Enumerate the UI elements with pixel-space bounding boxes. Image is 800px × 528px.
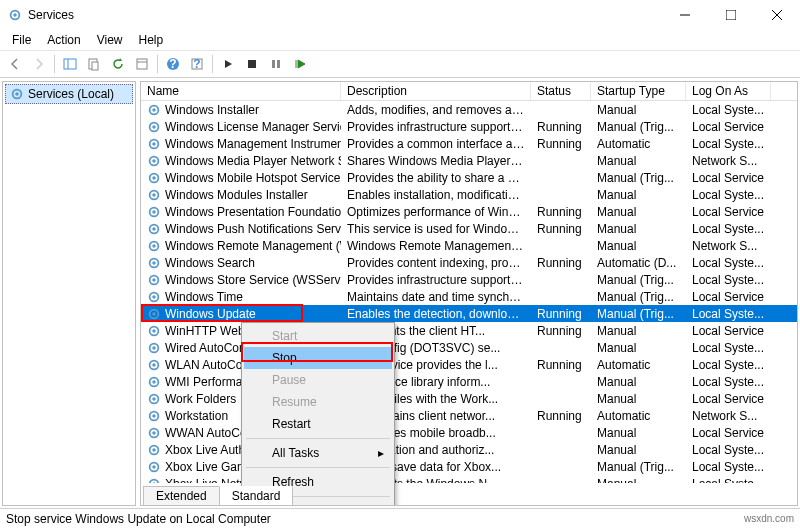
service-row[interactable]: Windows License Manager ServiceProvides …	[141, 118, 797, 135]
gear-icon	[147, 290, 161, 304]
titlebar: Services	[0, 0, 800, 30]
gear-icon	[147, 222, 161, 236]
service-status: Running	[531, 305, 591, 323]
properties-button[interactable]	[131, 53, 153, 75]
service-row[interactable]: Xbox Live Auth Managuthentication and au…	[141, 441, 797, 458]
col-description[interactable]: Description	[341, 82, 531, 100]
col-logon-as[interactable]: Log On As	[686, 82, 771, 100]
service-row[interactable]: WMI Performance Adaerformance library in…	[141, 373, 797, 390]
service-logon: Local Syste...	[686, 305, 771, 323]
svg-rect-10	[137, 59, 147, 69]
service-row[interactable]: Workstationnd maintains client networ...…	[141, 407, 797, 424]
service-row[interactable]: Work Folderse syncs files with the Work.…	[141, 390, 797, 407]
back-button[interactable]	[4, 53, 26, 75]
close-button[interactable]	[754, 0, 800, 30]
service-name: Windows Management Instrumentati...	[165, 137, 341, 151]
service-desc: Provides infrastructure support for t...	[341, 118, 531, 136]
pause-service-button[interactable]	[265, 53, 287, 75]
menu-view[interactable]: View	[89, 31, 131, 49]
service-desc: Provides content indexing, property ...	[341, 254, 531, 272]
service-name: Windows Modules Installer	[165, 188, 308, 202]
menu-item-stop[interactable]: Stop	[244, 347, 392, 369]
service-row[interactable]: Xbox Live Game Savee syncs save data for…	[141, 458, 797, 475]
service-desc: Provides a common interface and o...	[341, 135, 531, 153]
service-row[interactable]: Xbox Live Networkinge supports the Windo…	[141, 475, 797, 483]
maximize-button[interactable]	[708, 0, 754, 30]
service-desc: Enables the detection, download, an...	[341, 305, 531, 323]
col-status[interactable]: Status	[531, 82, 591, 100]
service-row[interactable]: Wired AutoConfigAutoConfig (DOT3SVC) se.…	[141, 339, 797, 356]
service-name: Windows Installer	[165, 103, 259, 117]
service-row[interactable]: Windows Modules InstallerEnables install…	[141, 186, 797, 203]
context-menu[interactable]: StartStopPauseResumeRestartAll Tasks▸Ref…	[241, 322, 395, 506]
service-logon: Local Syste...	[686, 271, 771, 289]
service-row[interactable]: Windows Management Instrumentati...Provi…	[141, 135, 797, 152]
service-startup: Manual	[591, 390, 686, 408]
service-row[interactable]: Windows InstallerAdds, modifies, and rem…	[141, 101, 797, 118]
service-status	[531, 193, 591, 197]
list-pane: Name Description Status Startup Type Log…	[140, 81, 798, 506]
menu-file[interactable]: File	[4, 31, 39, 49]
svg-point-60	[152, 431, 156, 435]
tree-pane[interactable]: Services (Local)	[2, 81, 136, 506]
svg-rect-16	[248, 60, 256, 68]
svg-text:?: ?	[193, 57, 200, 71]
service-row[interactable]: Windows SearchProvides content indexing,…	[141, 254, 797, 271]
col-name[interactable]: Name	[141, 82, 341, 100]
menu-help[interactable]: Help	[131, 31, 172, 49]
export-button[interactable]	[83, 53, 105, 75]
service-row[interactable]: WWAN AutoConfige manages mobile broadb..…	[141, 424, 797, 441]
service-desc: Provides infrastructure support for ...	[341, 271, 531, 289]
service-row[interactable]: Windows Remote Management (WS...Windows …	[141, 237, 797, 254]
service-status: Running	[531, 203, 591, 221]
start-service-button[interactable]	[217, 53, 239, 75]
menu-item-start: Start	[244, 325, 392, 347]
service-row[interactable]: WLAN AutoConfigSVC service provides the …	[141, 356, 797, 373]
restart-service-button[interactable]	[289, 53, 311, 75]
service-startup: Manual (Trig...	[591, 118, 686, 136]
service-logon: Network S...	[686, 407, 771, 425]
tree-root[interactable]: Services (Local)	[5, 84, 133, 104]
col-startup-type[interactable]: Startup Type	[591, 82, 686, 100]
service-row[interactable]: Windows Store Service (WSService)Provide…	[141, 271, 797, 288]
minimize-button[interactable]	[662, 0, 708, 30]
service-name: Work Folders	[165, 392, 236, 406]
forward-button[interactable]	[28, 53, 50, 75]
service-logon: Local Service	[686, 169, 771, 187]
help2-button[interactable]: ?	[186, 53, 208, 75]
service-row[interactable]: Windows Mobile Hotspot ServiceProvides t…	[141, 169, 797, 186]
window-title: Services	[28, 8, 74, 22]
service-status	[531, 278, 591, 282]
menu-action[interactable]: Action	[39, 31, 88, 49]
svg-point-44	[152, 295, 156, 299]
tab-standard[interactable]: Standard	[219, 486, 294, 506]
service-rows[interactable]: Windows InstallerAdds, modifies, and rem…	[141, 101, 797, 483]
service-logon: Local Service	[686, 288, 771, 306]
service-startup: Manual	[591, 101, 686, 119]
svg-point-50	[152, 346, 156, 350]
service-status	[531, 431, 591, 435]
svg-rect-3	[726, 10, 736, 20]
service-startup: Automatic	[591, 356, 686, 374]
svg-point-46	[152, 312, 156, 316]
menu-item-restart[interactable]: Restart	[244, 413, 392, 435]
menu-item-all-tasks[interactable]: All Tasks▸	[244, 442, 392, 464]
service-desc: Shares Windows Media Player librari...	[341, 152, 531, 170]
service-row[interactable]: Windows UpdateEnables the detection, dow…	[141, 305, 797, 322]
gear-icon	[147, 307, 161, 321]
service-row[interactable]: Windows Presentation Foundation F...Opti…	[141, 203, 797, 220]
show-hide-tree-button[interactable]	[59, 53, 81, 75]
service-row[interactable]: Windows Media Player Network Shar...Shar…	[141, 152, 797, 169]
refresh-button[interactable]	[107, 53, 129, 75]
tab-extended[interactable]: Extended	[143, 486, 220, 506]
service-logon: Local Syste...	[686, 220, 771, 238]
service-desc: Maintains date and time synchroniza...	[341, 288, 531, 306]
help-button[interactable]: ?	[162, 53, 184, 75]
service-row[interactable]: Windows TimeMaintains date and time sync…	[141, 288, 797, 305]
svg-rect-6	[64, 59, 76, 69]
service-row[interactable]: WinHTTP Web Proxy Amplements the client …	[141, 322, 797, 339]
service-row[interactable]: Windows Push Notifications ServiceThis s…	[141, 220, 797, 237]
service-logon: Local Syste...	[686, 458, 771, 476]
stop-service-button[interactable]	[241, 53, 263, 75]
service-startup: Manual	[591, 220, 686, 238]
